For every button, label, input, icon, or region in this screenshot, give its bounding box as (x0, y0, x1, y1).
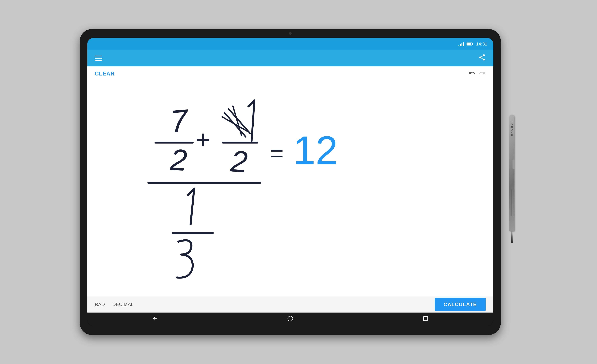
back-button[interactable] (152, 316, 158, 323)
svg-text:=: = (270, 140, 283, 166)
battery-icon (467, 43, 472, 46)
camera (289, 32, 292, 35)
svg-line-7 (222, 117, 247, 131)
bottom-bar: RAD DECIMAL CALCULATE (87, 296, 493, 312)
hamburger-line2 (95, 58, 102, 59)
calculate-button[interactable]: CALCULATE (435, 298, 486, 311)
status-bar: 14:31 (87, 38, 493, 50)
status-icons: 14:31 (458, 41, 487, 46)
handwritten-math-svg: 7 2 + (87, 81, 493, 296)
svg-text:7: 7 (169, 103, 190, 139)
drawing-toolbar: CLEAR (87, 66, 493, 81)
svg-text:2: 2 (229, 144, 249, 179)
recents-button[interactable] (423, 316, 429, 323)
hamburger-line3 (95, 60, 102, 61)
clear-button[interactable]: CLEAR (95, 70, 115, 77)
redo-button[interactable] (479, 69, 486, 78)
stylus-side-button (512, 160, 515, 169)
svg-rect-19 (424, 317, 428, 321)
hamburger-line1 (95, 56, 102, 56)
share-icon[interactable] (478, 54, 486, 63)
stylus-tip (511, 231, 513, 243)
bottom-3 (177, 240, 193, 278)
svg-text:12: 12 (293, 128, 338, 173)
content-area: CLEAR (87, 66, 493, 312)
stylus-pen: Lenovo (507, 115, 517, 249)
rad-mode[interactable]: RAD (95, 302, 105, 307)
app-bar (87, 50, 493, 66)
signal-icon (458, 42, 464, 46)
mode-labels: RAD DECIMAL (95, 302, 134, 307)
decimal-mode[interactable]: DECIMAL (112, 302, 134, 307)
svg-point-18 (288, 316, 293, 321)
drawing-canvas[interactable]: 7 2 + (87, 81, 493, 296)
undo-button[interactable] (469, 69, 476, 78)
svg-line-6 (233, 106, 242, 135)
crossed-numerator (222, 101, 254, 141)
svg-line-8 (251, 101, 254, 141)
scene: 14:31 (80, 29, 517, 335)
android-nav-bar (87, 312, 493, 326)
undo-redo-group (469, 69, 486, 78)
time-display: 14:31 (476, 41, 487, 46)
menu-icon[interactable] (95, 56, 102, 61)
svg-text:+: + (196, 125, 211, 154)
svg-line-13 (191, 189, 194, 224)
tablet-screen: 14:31 (87, 38, 493, 326)
stylus-grip (509, 189, 514, 216)
svg-text:2: 2 (169, 143, 188, 177)
tablet-device: 14:31 (80, 29, 501, 335)
battery-body (467, 43, 472, 46)
home-button[interactable] (287, 316, 293, 323)
stylus-body: Lenovo (509, 115, 514, 231)
bottom-1 (188, 189, 194, 224)
battery-fill (467, 43, 471, 45)
stylus-brand-label: Lenovo (510, 121, 514, 137)
